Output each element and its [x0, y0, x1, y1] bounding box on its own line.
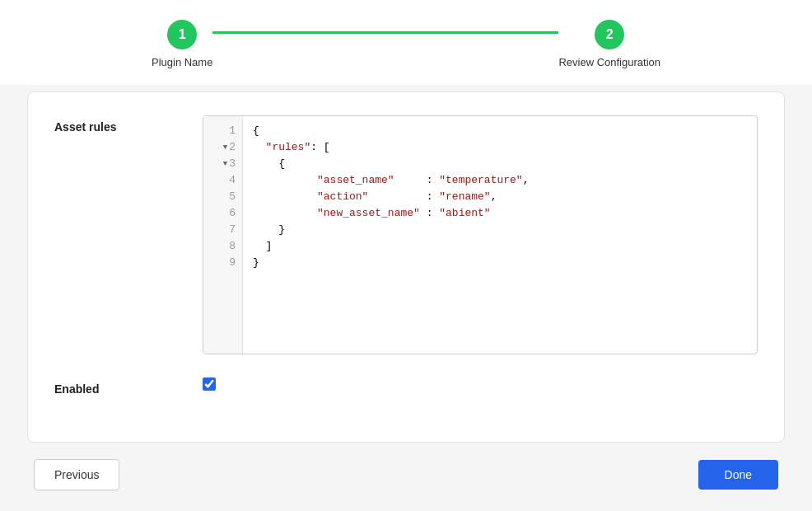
stepper-container: 1 Plugin Name 2 Review Configuration — [0, 0, 812, 85]
code-line: "action" : "rename", — [253, 189, 747, 205]
step-1: 1 Plugin Name — [152, 20, 212, 68]
code-line: "rules": [ — [253, 139, 747, 156]
done-button[interactable]: Done — [698, 460, 778, 490]
code-editor[interactable]: 1▼2▼3456789 { "rules": [ { "asset_name" … — [203, 115, 758, 354]
code-line: { — [253, 156, 747, 172]
code-line: { — [253, 123, 747, 139]
step-2: 2 Review Configuration — [558, 20, 660, 68]
enabled-field: Enabled — [54, 377, 758, 396]
code-line: } — [253, 255, 747, 271]
code-line: "asset_name" : "temperature", — [253, 172, 747, 189]
code-content: { "rules": [ { "asset_name" : "temperatu… — [243, 116, 757, 354]
asset-rules-label: Asset rules — [54, 115, 203, 134]
enabled-checkbox-row — [203, 377, 216, 391]
enabled-label: Enabled — [54, 377, 203, 396]
code-line: ] — [253, 238, 747, 255]
step-1-label: Plugin Name — [152, 56, 212, 68]
code-line: "new_asset_name" : "abient" — [253, 205, 747, 222]
main-card: Asset rules 1▼2▼3456789 { "rules": [ { "… — [27, 91, 785, 443]
line-numbers: 1▼2▼3456789 — [203, 116, 243, 354]
step-2-circle: 2 — [595, 20, 624, 49]
asset-rules-field: Asset rules 1▼2▼3456789 { "rules": [ { "… — [54, 115, 758, 354]
step-connector — [212, 31, 558, 34]
step-1-circle: 1 — [167, 20, 197, 49]
footer: Previous Done — [27, 459, 785, 490]
enabled-checkbox[interactable] — [203, 377, 216, 391]
step-2-label: Review Configuration — [558, 56, 660, 68]
stepper-inner: 1 Plugin Name 2 Review Configuration — [152, 20, 660, 68]
previous-button[interactable]: Previous — [34, 459, 119, 490]
code-line: } — [253, 222, 747, 238]
